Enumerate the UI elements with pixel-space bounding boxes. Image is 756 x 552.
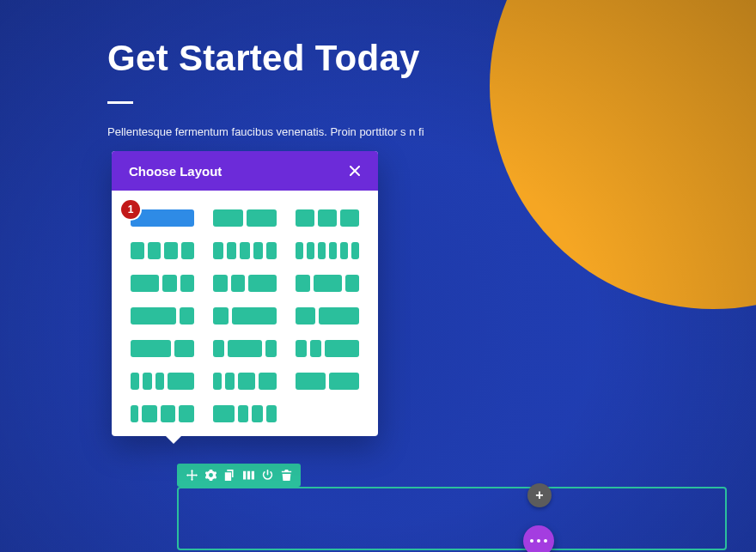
choose-layout-popover: Choose Layout 1: [112, 151, 378, 436]
layout-option[interactable]: [213, 405, 277, 422]
popover-header: Choose Layout: [112, 151, 378, 191]
close-icon[interactable]: [344, 160, 366, 182]
gear-icon[interactable]: [201, 466, 220, 485]
layout-option[interactable]: [296, 275, 359, 292]
layout-option[interactable]: [131, 307, 194, 325]
plus-icon: +: [535, 488, 543, 503]
more-options-button[interactable]: [523, 525, 554, 552]
hero-section: Get Started Today Pellentesque fermentum…: [107, 38, 554, 142]
columns-icon[interactable]: [239, 466, 258, 485]
row-toolbar: [177, 464, 301, 487]
layout-option[interactable]: [296, 242, 359, 259]
layout-option[interactable]: [131, 242, 194, 259]
layout-option[interactable]: [296, 340, 359, 357]
layout-option[interactable]: [296, 373, 359, 390]
power-icon[interactable]: [258, 466, 277, 485]
layout-option[interactable]: [213, 307, 277, 325]
layout-option[interactable]: 1: [131, 209, 194, 227]
row-outline[interactable]: [177, 487, 727, 550]
duplicate-icon[interactable]: [220, 466, 239, 485]
hero-lead-text: Pellentesque fermentum faucibus venenati…: [107, 123, 434, 142]
add-row-button[interactable]: +: [527, 483, 552, 507]
trash-icon[interactable]: [277, 466, 296, 485]
layout-option[interactable]: [131, 405, 194, 422]
layout-option[interactable]: [131, 340, 194, 357]
popover-title: Choose Layout: [129, 164, 222, 179]
layout-option[interactable]: [213, 275, 277, 292]
layout-option[interactable]: [213, 340, 277, 357]
layout-option[interactable]: [296, 209, 359, 227]
step-badge: 1: [121, 200, 140, 219]
layout-option[interactable]: [131, 373, 194, 390]
popover-caret: [165, 435, 182, 444]
layout-option[interactable]: [213, 242, 277, 259]
layout-option[interactable]: [131, 275, 194, 292]
layout-grid: 1: [112, 191, 378, 436]
move-icon[interactable]: [182, 466, 201, 485]
page-title: Get Started Today: [107, 38, 554, 79]
layout-option[interactable]: [213, 209, 277, 227]
layout-option[interactable]: [296, 307, 359, 325]
title-underline: [107, 101, 133, 104]
page-background: Get Started Today Pellentesque fermentum…: [0, 0, 756, 552]
layout-option[interactable]: [213, 373, 277, 390]
